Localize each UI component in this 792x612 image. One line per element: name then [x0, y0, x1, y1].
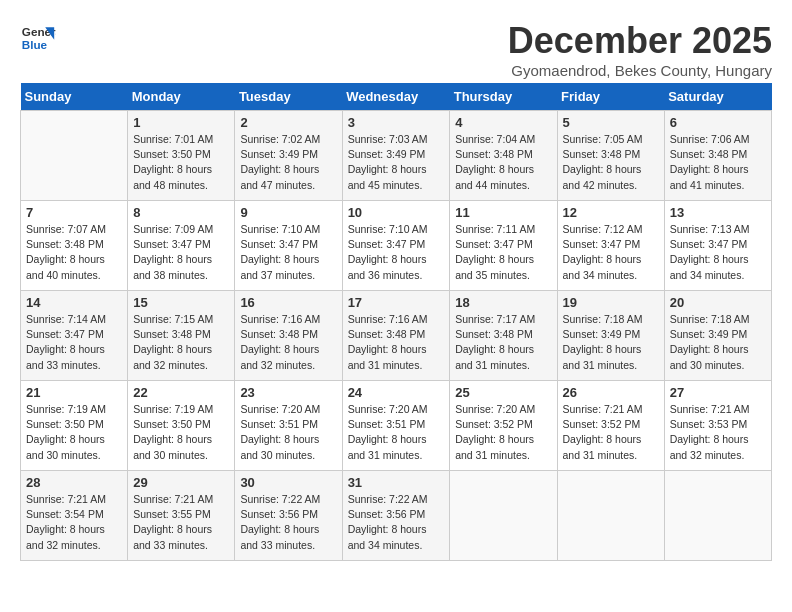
calendar-cell: 24Sunrise: 7:20 AMSunset: 3:51 PMDayligh…	[342, 381, 450, 471]
day-number: 15	[133, 295, 229, 310]
day-info: Sunrise: 7:19 AMSunset: 3:50 PMDaylight:…	[133, 402, 229, 463]
day-info: Sunrise: 7:19 AMSunset: 3:50 PMDaylight:…	[26, 402, 122, 463]
day-number: 16	[240, 295, 336, 310]
day-number: 22	[133, 385, 229, 400]
calendar-cell: 13Sunrise: 7:13 AMSunset: 3:47 PMDayligh…	[664, 201, 771, 291]
day-info: Sunrise: 7:22 AMSunset: 3:56 PMDaylight:…	[348, 492, 445, 553]
day-number: 14	[26, 295, 122, 310]
day-info: Sunrise: 7:10 AMSunset: 3:47 PMDaylight:…	[240, 222, 336, 283]
day-number: 13	[670, 205, 766, 220]
calendar-cell: 31Sunrise: 7:22 AMSunset: 3:56 PMDayligh…	[342, 471, 450, 561]
day-info: Sunrise: 7:21 AMSunset: 3:53 PMDaylight:…	[670, 402, 766, 463]
day-number: 3	[348, 115, 445, 130]
day-info: Sunrise: 7:15 AMSunset: 3:48 PMDaylight:…	[133, 312, 229, 373]
calendar-cell	[664, 471, 771, 561]
logo-icon: General Blue	[20, 20, 56, 56]
location-title: Gyomaendrod, Bekes County, Hungary	[508, 62, 772, 79]
day-info: Sunrise: 7:01 AMSunset: 3:50 PMDaylight:…	[133, 132, 229, 193]
day-number: 10	[348, 205, 445, 220]
day-number: 30	[240, 475, 336, 490]
calendar-cell: 3Sunrise: 7:03 AMSunset: 3:49 PMDaylight…	[342, 111, 450, 201]
weekday-header-thursday: Thursday	[450, 83, 557, 111]
day-number: 31	[348, 475, 445, 490]
weekday-header-friday: Friday	[557, 83, 664, 111]
calendar-week-row: 14Sunrise: 7:14 AMSunset: 3:47 PMDayligh…	[21, 291, 772, 381]
day-info: Sunrise: 7:20 AMSunset: 3:51 PMDaylight:…	[348, 402, 445, 463]
day-number: 20	[670, 295, 766, 310]
day-info: Sunrise: 7:21 AMSunset: 3:52 PMDaylight:…	[563, 402, 659, 463]
day-info: Sunrise: 7:13 AMSunset: 3:47 PMDaylight:…	[670, 222, 766, 283]
day-number: 28	[26, 475, 122, 490]
day-number: 25	[455, 385, 551, 400]
calendar-cell: 1Sunrise: 7:01 AMSunset: 3:50 PMDaylight…	[128, 111, 235, 201]
calendar-cell: 29Sunrise: 7:21 AMSunset: 3:55 PMDayligh…	[128, 471, 235, 561]
day-number: 27	[670, 385, 766, 400]
day-number: 1	[133, 115, 229, 130]
day-info: Sunrise: 7:20 AMSunset: 3:52 PMDaylight:…	[455, 402, 551, 463]
day-info: Sunrise: 7:06 AMSunset: 3:48 PMDaylight:…	[670, 132, 766, 193]
day-info: Sunrise: 7:21 AMSunset: 3:55 PMDaylight:…	[133, 492, 229, 553]
calendar-cell: 8Sunrise: 7:09 AMSunset: 3:47 PMDaylight…	[128, 201, 235, 291]
month-title: December 2025	[508, 20, 772, 62]
day-number: 21	[26, 385, 122, 400]
calendar-cell: 14Sunrise: 7:14 AMSunset: 3:47 PMDayligh…	[21, 291, 128, 381]
page-header: General Blue December 2025 Gyomaendrod, …	[20, 20, 772, 79]
calendar-cell: 27Sunrise: 7:21 AMSunset: 3:53 PMDayligh…	[664, 381, 771, 471]
day-info: Sunrise: 7:18 AMSunset: 3:49 PMDaylight:…	[670, 312, 766, 373]
day-info: Sunrise: 7:18 AMSunset: 3:49 PMDaylight:…	[563, 312, 659, 373]
calendar-week-row: 21Sunrise: 7:19 AMSunset: 3:50 PMDayligh…	[21, 381, 772, 471]
day-number: 23	[240, 385, 336, 400]
calendar-cell: 6Sunrise: 7:06 AMSunset: 3:48 PMDaylight…	[664, 111, 771, 201]
calendar-cell: 30Sunrise: 7:22 AMSunset: 3:56 PMDayligh…	[235, 471, 342, 561]
calendar-cell: 5Sunrise: 7:05 AMSunset: 3:48 PMDaylight…	[557, 111, 664, 201]
calendar-cell: 2Sunrise: 7:02 AMSunset: 3:49 PMDaylight…	[235, 111, 342, 201]
calendar-cell: 15Sunrise: 7:15 AMSunset: 3:48 PMDayligh…	[128, 291, 235, 381]
calendar-cell: 4Sunrise: 7:04 AMSunset: 3:48 PMDaylight…	[450, 111, 557, 201]
day-number: 19	[563, 295, 659, 310]
day-number: 4	[455, 115, 551, 130]
day-info: Sunrise: 7:21 AMSunset: 3:54 PMDaylight:…	[26, 492, 122, 553]
calendar-cell: 11Sunrise: 7:11 AMSunset: 3:47 PMDayligh…	[450, 201, 557, 291]
weekday-header-sunday: Sunday	[21, 83, 128, 111]
day-number: 2	[240, 115, 336, 130]
day-info: Sunrise: 7:12 AMSunset: 3:47 PMDaylight:…	[563, 222, 659, 283]
day-number: 12	[563, 205, 659, 220]
day-info: Sunrise: 7:17 AMSunset: 3:48 PMDaylight:…	[455, 312, 551, 373]
day-number: 7	[26, 205, 122, 220]
day-info: Sunrise: 7:22 AMSunset: 3:56 PMDaylight:…	[240, 492, 336, 553]
calendar-cell: 25Sunrise: 7:20 AMSunset: 3:52 PMDayligh…	[450, 381, 557, 471]
logo-area: General Blue	[20, 20, 60, 56]
day-info: Sunrise: 7:14 AMSunset: 3:47 PMDaylight:…	[26, 312, 122, 373]
day-number: 26	[563, 385, 659, 400]
weekday-header-wednesday: Wednesday	[342, 83, 450, 111]
day-number: 9	[240, 205, 336, 220]
calendar-week-row: 1Sunrise: 7:01 AMSunset: 3:50 PMDaylight…	[21, 111, 772, 201]
calendar-cell: 7Sunrise: 7:07 AMSunset: 3:48 PMDaylight…	[21, 201, 128, 291]
calendar-cell: 21Sunrise: 7:19 AMSunset: 3:50 PMDayligh…	[21, 381, 128, 471]
calendar-cell	[21, 111, 128, 201]
weekday-header-row: SundayMondayTuesdayWednesdayThursdayFrid…	[21, 83, 772, 111]
calendar-cell: 23Sunrise: 7:20 AMSunset: 3:51 PMDayligh…	[235, 381, 342, 471]
calendar-week-row: 28Sunrise: 7:21 AMSunset: 3:54 PMDayligh…	[21, 471, 772, 561]
calendar-table: SundayMondayTuesdayWednesdayThursdayFrid…	[20, 83, 772, 561]
calendar-cell	[557, 471, 664, 561]
calendar-cell: 20Sunrise: 7:18 AMSunset: 3:49 PMDayligh…	[664, 291, 771, 381]
day-number: 11	[455, 205, 551, 220]
day-info: Sunrise: 7:20 AMSunset: 3:51 PMDaylight:…	[240, 402, 336, 463]
title-area: December 2025 Gyomaendrod, Bekes County,…	[508, 20, 772, 79]
day-number: 6	[670, 115, 766, 130]
day-info: Sunrise: 7:09 AMSunset: 3:47 PMDaylight:…	[133, 222, 229, 283]
day-number: 29	[133, 475, 229, 490]
day-number: 18	[455, 295, 551, 310]
day-info: Sunrise: 7:16 AMSunset: 3:48 PMDaylight:…	[240, 312, 336, 373]
calendar-cell: 26Sunrise: 7:21 AMSunset: 3:52 PMDayligh…	[557, 381, 664, 471]
calendar-cell: 10Sunrise: 7:10 AMSunset: 3:47 PMDayligh…	[342, 201, 450, 291]
weekday-header-monday: Monday	[128, 83, 235, 111]
day-info: Sunrise: 7:11 AMSunset: 3:47 PMDaylight:…	[455, 222, 551, 283]
day-number: 17	[348, 295, 445, 310]
day-number: 8	[133, 205, 229, 220]
day-info: Sunrise: 7:05 AMSunset: 3:48 PMDaylight:…	[563, 132, 659, 193]
calendar-cell: 9Sunrise: 7:10 AMSunset: 3:47 PMDaylight…	[235, 201, 342, 291]
day-info: Sunrise: 7:16 AMSunset: 3:48 PMDaylight:…	[348, 312, 445, 373]
day-number: 5	[563, 115, 659, 130]
